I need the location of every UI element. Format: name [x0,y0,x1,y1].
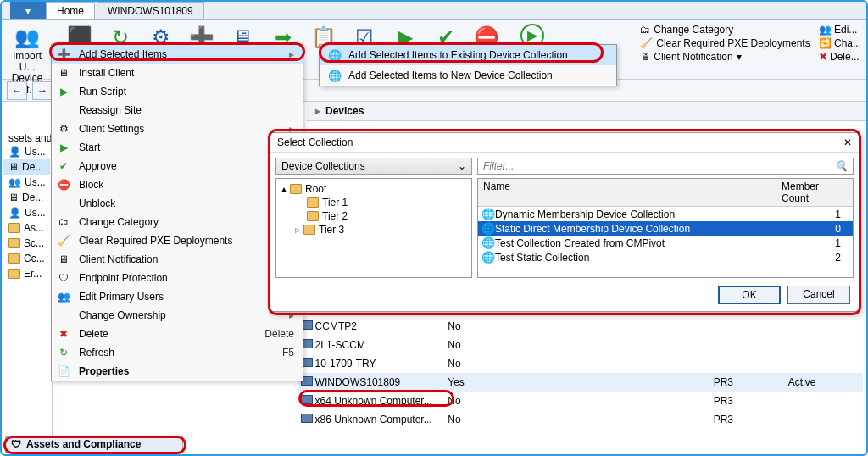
device-row[interactable]: WINDOWS101809YesPR3Active [298,373,863,392]
sidebar-node[interactable]: 🖥De... [3,190,50,205]
context-menu-item[interactable]: 🛡Endpoint Protection▸ [52,269,303,287]
menu-icon: 📄 [57,365,70,377]
device-row[interactable]: 10-1709-TRYNo [298,354,863,373]
menu-label: Block [79,179,294,191]
nav-back-button[interactable]: ← [7,81,27,100]
context-menu-item[interactable]: Reassign Site [52,101,303,120]
column-name[interactable]: Name [478,179,776,206]
chevron-right-icon: ▸ [289,48,294,60]
context-menu-item[interactable]: ⚙Client Settings▸ [52,120,303,138]
submenu-add-existing[interactable]: 🌐 Add Selected Items to Existing Device … [320,45,616,65]
sidebar-node[interactable]: 🖥De... [3,159,50,175]
menu-icon: 🧹 [57,235,70,247]
dialog-title: Select Collection [277,136,353,148]
menu-label: Delete [79,328,256,340]
collection-row[interactable]: 🌐Dynamic Membership Device Collection1 [478,207,853,221]
delete-button[interactable]: ✖ Dele... [819,51,861,63]
menu-label: Endpoint Protection [79,272,281,284]
monitor-icon: 🖥 [640,51,650,63]
context-menu-item[interactable]: 👥Edit Primary Users [52,287,303,306]
menu-icon: ➕ [57,48,70,60]
client-notification-button[interactable]: 🖥Client Notification ▾ [640,51,810,63]
context-menu-item[interactable]: ➕Add Selected Items▸ [52,45,303,64]
menu-icon: 🖥 [57,253,70,265]
shield-icon: 🛡 [11,438,21,450]
category-icon: 🗂 [640,24,650,36]
device-row[interactable]: x64 Unknown Computer...NoPR3 [298,392,863,410]
edit-button[interactable]: 👥 Edi... [819,24,861,36]
collection-row[interactable]: 🌐Test Static Collection2 [478,250,853,264]
folder-icon [307,211,319,221]
collection-type-combo[interactable]: Device Collections⌄ [275,158,472,175]
folder-icon [307,197,319,208]
menu-icon: ✖ [57,328,70,340]
context-menu-item[interactable]: ▶Run Script [52,82,303,101]
context-menu-item[interactable]: Unblock [52,194,303,213]
collection-row[interactable]: 🌐Static Direct Membership Device Collect… [478,221,853,236]
collection-icon: 🌐 [328,49,342,62]
context-menu-item[interactable]: ↻RefreshF5 [52,343,303,362]
menu-icon: ✔ [57,160,70,172]
devices-panel-header: ▸Devices [307,102,866,121]
collection-icon: 🌐 [481,236,495,249]
collection-tree[interactable]: ▴Root Tier 1 Tier 2 ▹Tier 3 [275,178,472,278]
sidebar-node[interactable]: 👤Us... [3,205,50,220]
menu-icon: 👥 [57,291,70,303]
menu-icon: ↻ [57,347,70,359]
tab-device[interactable]: WINDOWS101809 [97,2,204,19]
sidebar-node[interactable]: Cc... [3,251,50,266]
change-category-button[interactable]: 🗂Change Category [640,24,810,36]
column-member-count[interactable]: Member Count [776,179,853,206]
submenu-add-new[interactable]: 🌐 Add Selected Items to New Device Colle… [320,65,616,86]
menu-label: Add Selected Items [79,48,281,60]
app-menu-dropdown[interactable]: ▾ [10,2,46,19]
nav-forward-button[interactable]: → [32,81,53,100]
select-collection-dialog: Select Collection ✕ Device Collections⌄ … [270,132,860,312]
sidebar-node[interactable]: Sc... [3,236,50,251]
add-selected-items-submenu[interactable]: 🌐 Add Selected Items to Existing Device … [319,44,617,86]
menu-icon: ⚙ [57,123,70,135]
sidebar-node[interactable]: 👥Us... [3,175,50,190]
sidebar-node[interactable]: As... [3,220,50,236]
assets-and-compliance-footer[interactable]: 🛡 Assets and Compliance [5,436,183,453]
folder-icon [290,184,302,194]
device-row[interactable]: x86 Unknown Computer...NoPR3 [298,410,863,429]
menu-label: Edit Primary Users [79,291,294,303]
tree-sidebar[interactable]: 🖥Ove... 👤Us... 🖥De... 👥Us... 🖥De... 👤Us.… [2,102,53,436]
menu-label: Run Script [79,86,294,97]
menu-label: Client Notification [79,253,281,265]
sidebar-node[interactable]: Er... [3,266,50,281]
context-menu-item[interactable]: ▶Start▸ [52,138,303,157]
ok-button[interactable]: OK [718,286,781,304]
tab-home[interactable]: Home [46,2,95,19]
menu-icon: ▶ [57,86,70,97]
chevron-down-icon: ⌄ [458,160,466,172]
close-icon[interactable]: ✕ [843,136,852,148]
menu-label: Install Client [79,67,294,79]
context-menu-item[interactable]: ✔Approve [52,157,303,175]
context-menu-item[interactable]: 📄Properties [52,362,303,381]
change-button[interactable]: 🔁 Cha... [819,37,861,49]
context-menu-item[interactable]: ✖DeleteDelete [52,325,303,343]
context-menu[interactable]: ➕Add Selected Items▸🖥Install Client▶Run … [51,44,303,381]
menu-icon: ▶ [57,142,70,153]
context-menu-item[interactable]: 🖥Client Notification▸ [52,250,303,269]
collection-row[interactable]: 🌐Test Collection Created from CMPivot1 [478,236,853,250]
filter-input[interactable]: Filter... 🔍 [477,158,854,175]
context-menu-item[interactable]: ⛔Block [52,175,303,194]
sidebar-node[interactable]: 👤Us... [3,144,50,159]
context-menu-item[interactable]: 🧹Clear Required PXE Deployments [52,231,303,250]
collection-icon: 🌐 [481,222,495,235]
cancel-button[interactable]: Cancel [787,286,850,304]
device-row[interactable]: 2L1-SCCMNo [298,336,863,354]
menu-label: Client Settings [79,123,281,135]
context-menu-item[interactable]: Change Ownership▸ [52,306,303,325]
collection-icon: 🌐 [481,251,495,264]
device-row[interactable]: CCMTP2No [298,317,863,336]
clear-pxe-button[interactable]: 🧹Clear Required PXE Deployments [640,37,810,49]
computer-icon [298,414,315,425]
collection-list[interactable]: Name Member Count 🌐Dynamic Membership De… [477,178,854,278]
context-menu-item[interactable]: 🗂Change Category [52,213,303,231]
menu-label: Change Ownership [79,309,281,321]
context-menu-item[interactable]: 🖥Install Client [52,64,303,82]
